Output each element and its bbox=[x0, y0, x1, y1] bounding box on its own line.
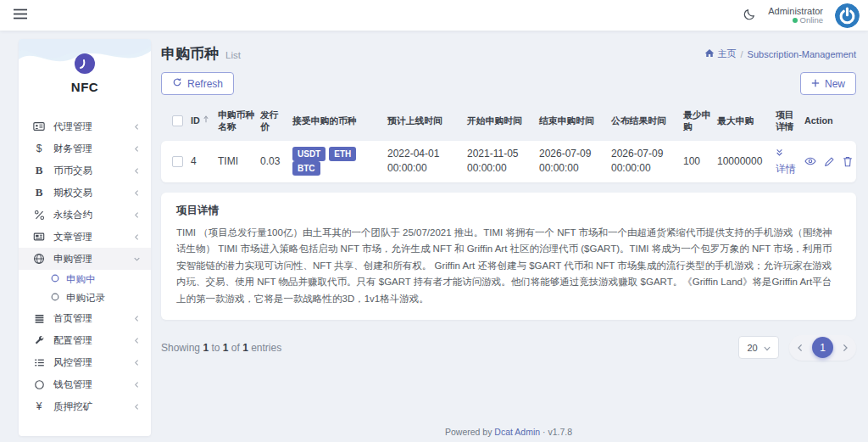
chevron-left-icon bbox=[133, 403, 141, 411]
per-page-select[interactable]: 20 bbox=[738, 336, 779, 359]
currency-badge: BTC bbox=[292, 161, 320, 176]
topbar: Administrator Online bbox=[0, 0, 868, 31]
list-icon bbox=[32, 357, 46, 368]
sidebar-item-wallet-management[interactable]: 钱包管理 bbox=[19, 373, 151, 395]
sidebar-item-subscription-management[interactable]: 申购管理 bbox=[19, 248, 151, 270]
main-content: 申购币种 List 主页 / Subscription-Management R… bbox=[161, 39, 856, 442]
bitcoin-icon: B bbox=[32, 186, 46, 199]
breadcrumb-separator: / bbox=[741, 49, 743, 59]
breadcrumb-home-label: 主页 bbox=[718, 48, 737, 60]
select-all-checkbox[interactable] bbox=[172, 115, 183, 126]
footer-prefix: Powered by bbox=[445, 427, 492, 437]
screen: Administrator Online NFC bbox=[0, 0, 868, 442]
sidebar-item-label: 质押挖矿 bbox=[53, 400, 133, 413]
sidebar-item-options-trading[interactable]: B 期权交易 bbox=[19, 182, 151, 204]
sidebar-item-article-management[interactable]: 文章管理 bbox=[19, 226, 151, 248]
sidebar-item-agent-management[interactable]: 代理管理 bbox=[19, 115, 151, 137]
sidebar-subitem-subscription-records[interactable]: 申购记录 bbox=[19, 288, 151, 307]
sort-asc-icon bbox=[203, 115, 209, 123]
sidebar-toggle-button[interactable] bbox=[10, 5, 31, 25]
sidebar-subitem-label: 申购记录 bbox=[66, 292, 151, 305]
chevron-left-icon bbox=[133, 145, 141, 153]
chevron-left-icon bbox=[133, 233, 141, 241]
cell-launch-time: 2022-04-01 00:00:00 bbox=[387, 141, 467, 182]
home-icon bbox=[704, 48, 715, 59]
sidebar-item-perpetual-contract[interactable]: 永续合约 bbox=[19, 204, 151, 226]
pagination: 1 bbox=[789, 335, 856, 361]
detail-expand-link[interactable]: 详情 bbox=[776, 147, 799, 176]
entries-summary: Showing 1 to 1 of 1 entries bbox=[161, 342, 281, 354]
sidebar-subitem-subscribing[interactable]: 申购中 bbox=[19, 270, 151, 288]
delete-icon[interactable] bbox=[843, 156, 853, 167]
radio-circle-icon bbox=[51, 293, 59, 303]
col-start-time: 开始申购时间 bbox=[467, 115, 539, 126]
cell-name: TIMI bbox=[218, 149, 260, 173]
chevron-left-icon bbox=[133, 359, 141, 366]
col-action: Action bbox=[804, 115, 849, 126]
newspaper-icon bbox=[32, 231, 46, 243]
sidebar-item-finance-management[interactable]: $ 财务管理 bbox=[19, 137, 151, 159]
col-min: 最少申购 bbox=[683, 109, 717, 132]
col-detail: 项目详情 bbox=[776, 109, 804, 132]
project-detail-title: 项目详情 bbox=[176, 204, 841, 218]
breadcrumb-home-link[interactable]: 主页 bbox=[704, 48, 737, 60]
chevron-left-icon bbox=[133, 123, 141, 131]
chevron-left-icon bbox=[133, 189, 141, 197]
globe-icon bbox=[32, 253, 46, 265]
per-page-value: 20 bbox=[747, 343, 757, 353]
currency-badge: USDT bbox=[292, 147, 326, 161]
next-page-button[interactable] bbox=[842, 344, 849, 352]
cell-publish-time: 2026-07-09 00:00:00 bbox=[611, 141, 683, 182]
col-id[interactable]: ID bbox=[191, 115, 218, 126]
logo-text: NFC bbox=[19, 80, 151, 94]
col-end-time: 结束申购时间 bbox=[539, 115, 611, 126]
refresh-button[interactable]: Refresh bbox=[161, 72, 234, 95]
col-max: 最大申购 bbox=[717, 115, 776, 126]
radio-circle-icon bbox=[51, 274, 59, 284]
footer-version: v1.7.8 bbox=[548, 427, 572, 437]
sidebar-item-label: 期权交易 bbox=[53, 187, 133, 199]
dark-mode-toggle[interactable] bbox=[743, 8, 756, 24]
view-icon[interactable] bbox=[804, 156, 816, 167]
online-dot-icon bbox=[793, 18, 798, 23]
sidebar-menu: 代理管理 $ 财务管理 B 币币交易 B 期权交易 永续合约 bbox=[19, 112, 151, 417]
avatar[interactable] bbox=[835, 3, 860, 28]
percent-icon bbox=[32, 210, 46, 221]
user-menu[interactable]: Administrator Online bbox=[768, 6, 823, 25]
detail-link-label: 详情 bbox=[776, 162, 796, 176]
row-checkbox-cell bbox=[172, 150, 191, 173]
breadcrumb: 主页 / Subscription-Management bbox=[704, 48, 856, 60]
sidebar-item-home-management[interactable]: 首页管理 bbox=[19, 307, 151, 329]
sidebar-item-staking-mining[interactable]: ¥ 质押挖矿 bbox=[19, 395, 151, 417]
sidebar-item-coin-trading[interactable]: B 币币交易 bbox=[19, 159, 151, 182]
col-currencies: 接受申购的币种 bbox=[292, 115, 387, 126]
new-button[interactable]: New bbox=[800, 72, 856, 95]
yen-icon: ¥ bbox=[32, 400, 46, 412]
sidebar-item-config-management[interactable]: 配置管理 bbox=[19, 329, 151, 351]
bold-b-icon: B bbox=[32, 164, 46, 177]
row-checkbox[interactable] bbox=[172, 156, 183, 167]
edit-icon[interactable] bbox=[824, 156, 835, 167]
angle-double-down-icon bbox=[776, 147, 783, 160]
cell-end-time: 2026-07-09 00:00:00 bbox=[539, 141, 611, 182]
circle-icon bbox=[32, 379, 46, 390]
cell-id: 4 bbox=[191, 149, 218, 173]
new-label: New bbox=[825, 78, 845, 90]
sidebar-item-label: 钱包管理 bbox=[53, 378, 133, 391]
currency-badge: ETH bbox=[329, 147, 356, 161]
cell-price: 0.03 bbox=[260, 149, 292, 173]
cell-currencies: USDTETHBTC bbox=[292, 141, 387, 182]
page-title: 申购币种 bbox=[161, 44, 219, 64]
chevron-left-icon bbox=[133, 381, 141, 389]
user-name: Administrator bbox=[768, 6, 823, 16]
cell-detail: 详情 bbox=[776, 141, 804, 182]
page-number-button[interactable]: 1 bbox=[812, 337, 833, 358]
header-checkbox-cell bbox=[172, 115, 191, 126]
sidebar-item-risk-management[interactable]: 风控管理 bbox=[19, 351, 151, 373]
dcat-admin-link[interactable]: Dcat Admin bbox=[494, 427, 540, 437]
prev-page-button[interactable] bbox=[797, 344, 804, 352]
footer-dot: · bbox=[542, 427, 546, 437]
logo-block: NFC bbox=[19, 39, 151, 112]
project-detail-body: TIMI （项目总发行量100亿）由土耳其的一个团队于 25/07/2021 推… bbox=[176, 225, 841, 308]
sidebar-item-label: 永续合约 bbox=[53, 209, 133, 221]
